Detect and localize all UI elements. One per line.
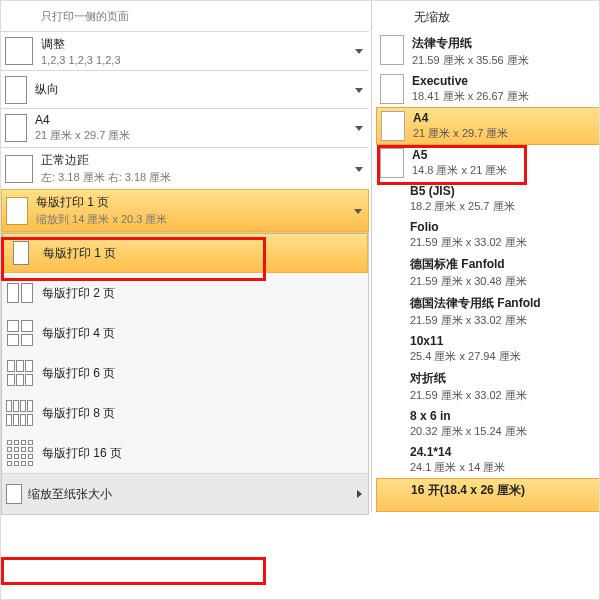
- paper-title: A5: [412, 148, 507, 162]
- paper-list: 法律专用纸21.59 厘米 x 35.56 厘米Executive18.41 厘…: [376, 32, 600, 512]
- print-side-sub: 只打印一侧的页面: [41, 9, 129, 24]
- page-icon: [380, 35, 404, 65]
- paper-option[interactable]: 24.1*1424.1 厘米 x 14 厘米: [376, 442, 600, 478]
- paper-title: A4: [35, 113, 130, 127]
- print-side-option[interactable]: 只打印一侧的页面: [1, 1, 369, 31]
- paper-option[interactable]: 对折纸21.59 厘米 x 33.02 厘米: [376, 367, 600, 406]
- menu-item-6pp[interactable]: 每版打印 6 页: [2, 353, 368, 393]
- chevron-down-icon: [355, 49, 363, 54]
- paper-sub: 24.1 厘米 x 14 厘米: [410, 460, 505, 475]
- grid-16-icon: [6, 439, 34, 467]
- paper-sub: 21 厘米 x 29.7 厘米: [413, 126, 508, 141]
- page-icon: [6, 197, 28, 225]
- paper-option[interactable]: 16 开(18.4 x 26 厘米): [376, 478, 600, 512]
- collate-sub: 1,2,3 1,2,3 1,2,3: [41, 54, 121, 66]
- paper-sub: 21.59 厘米 x 35.56 厘米: [412, 53, 529, 68]
- portrait-icon: [5, 76, 27, 104]
- page-icon: [380, 74, 404, 104]
- menu-item-4pp[interactable]: 每版打印 4 页: [2, 313, 368, 353]
- pps-title: 每版打印 1 页: [36, 194, 167, 211]
- orientation-title: 纵向: [35, 81, 59, 98]
- menu-item-label: 每版打印 1 页: [43, 245, 116, 262]
- paper-title: 德国标准 Fanfold: [410, 256, 527, 273]
- left-settings: 只打印一侧的页面 调整 1,2,3 1,2,3 1,2,3 纵向 A4 21 厘…: [1, 1, 369, 515]
- grid-4-icon: [6, 319, 34, 347]
- paper-title: 法律专用纸: [412, 35, 529, 52]
- paper-option[interactable]: 法律专用纸21.59 厘米 x 35.56 厘米: [376, 32, 600, 71]
- paper-size-submenu: 无缩放 法律专用纸21.59 厘米 x 35.56 厘米Executive18.…: [376, 1, 600, 512]
- chevron-down-icon: [355, 167, 363, 172]
- paper-option[interactable]: 德国法律专用纸 Fanfold21.59 厘米 x 33.02 厘米: [376, 292, 600, 331]
- chevron-right-icon: [357, 490, 362, 498]
- paper-sub: 21.59 厘米 x 33.02 厘米: [410, 235, 527, 250]
- margins-option[interactable]: 正常边距 左: 3.18 厘米 右: 3.18 厘米: [1, 147, 369, 189]
- paper-sub: 21.59 厘米 x 30.48 厘米: [410, 274, 527, 289]
- collate-title: 调整: [41, 36, 121, 53]
- paper-option[interactable]: 8 x 6 in20.32 厘米 x 15.24 厘米: [376, 406, 600, 442]
- scale-to-paper-item[interactable]: 缩放至纸张大小: [2, 474, 368, 514]
- paper-sub: 18.41 厘米 x 26.67 厘米: [412, 89, 529, 104]
- callout-box: [1, 557, 266, 585]
- paper-title: Executive: [412, 74, 529, 88]
- margins-sub: 左: 3.18 厘米 右: 3.18 厘米: [41, 170, 171, 185]
- pages-per-sheet-option[interactable]: 每版打印 1 页 缩放到 14 厘米 x 20.3 厘米: [1, 189, 369, 232]
- menu-item-label: 每版打印 2 页: [42, 285, 115, 302]
- menu-item-label: 每版打印 8 页: [42, 405, 115, 422]
- paper-sub: 21.59 厘米 x 33.02 厘米: [410, 388, 527, 403]
- paper-title: A4: [413, 111, 508, 125]
- menu-item-label: 每版打印 16 页: [42, 445, 122, 462]
- collate-icon: [5, 37, 33, 65]
- chevron-down-icon: [354, 209, 362, 214]
- menu-item-8pp[interactable]: 每版打印 8 页: [2, 393, 368, 433]
- paper-title: B5 (JIS): [410, 184, 515, 198]
- paper-sub: 20.32 厘米 x 15.24 厘米: [410, 424, 527, 439]
- page-icon: [380, 148, 404, 178]
- paper-sub: 14.8 厘米 x 21 厘米: [412, 163, 507, 178]
- print-settings-panel: 只打印一侧的页面 调整 1,2,3 1,2,3 1,2,3 纵向 A4 21 厘…: [0, 0, 600, 600]
- menu-item-2pp[interactable]: 每版打印 2 页: [2, 273, 368, 313]
- paper-title: 10x11: [410, 334, 521, 348]
- pps-sub: 缩放到 14 厘米 x 20.3 厘米: [36, 212, 167, 227]
- chevron-down-icon: [355, 126, 363, 131]
- no-scale-option[interactable]: 无缩放: [376, 1, 600, 32]
- orientation-option[interactable]: 纵向: [1, 70, 369, 108]
- paper-title: 24.1*14: [410, 445, 505, 459]
- menu-item-label: 每版打印 4 页: [42, 325, 115, 342]
- page-icon: [381, 111, 405, 141]
- collate-option[interactable]: 调整 1,2,3 1,2,3 1,2,3: [1, 31, 369, 70]
- grid-2-icon: [6, 279, 34, 307]
- paper-option[interactable]: A421 厘米 x 29.7 厘米: [376, 107, 600, 145]
- paper-option[interactable]: A514.8 厘米 x 21 厘米: [376, 145, 600, 181]
- grid-1-icon: [7, 239, 35, 267]
- grid-6-icon: [6, 359, 34, 387]
- paper-sub: 21 厘米 x 29.7 厘米: [35, 128, 130, 143]
- panel-divider: [371, 1, 372, 512]
- menu-item-16pp[interactable]: 每版打印 16 页: [2, 433, 368, 473]
- grid-8-icon: [6, 399, 34, 427]
- paper-option[interactable]: 10x1125.4 厘米 x 27.94 厘米: [376, 331, 600, 367]
- margins-title: 正常边距: [41, 152, 171, 169]
- paper-title: 8 x 6 in: [410, 409, 527, 423]
- paper-title: 对折纸: [410, 370, 527, 387]
- paper-title: Folio: [410, 220, 527, 234]
- menu-item-label: 每版打印 6 页: [42, 365, 115, 382]
- menu-item-1pp[interactable]: 每版打印 1 页: [2, 233, 368, 273]
- pages-per-sheet-menu: 每版打印 1 页 每版打印 2 页 每版打印 4 页 每版打印 6 页 每版打印…: [1, 232, 369, 515]
- paper-option[interactable]: Executive18.41 厘米 x 26.67 厘米: [376, 71, 600, 107]
- paper-option[interactable]: B5 (JIS)18.2 厘米 x 25.7 厘米: [376, 181, 600, 217]
- chevron-down-icon: [355, 88, 363, 93]
- paper-title: 德国法律专用纸 Fanfold: [410, 295, 541, 312]
- menu-footer-label: 缩放至纸张大小: [28, 486, 112, 503]
- page-icon: [6, 484, 22, 504]
- margins-icon: [5, 155, 33, 183]
- page-icon: [5, 114, 27, 142]
- paper-sub: 21.59 厘米 x 33.02 厘米: [410, 313, 541, 328]
- paper-option[interactable]: Folio21.59 厘米 x 33.02 厘米: [376, 217, 600, 253]
- paper-sub: 25.4 厘米 x 27.94 厘米: [410, 349, 521, 364]
- paper-sub: 18.2 厘米 x 25.7 厘米: [410, 199, 515, 214]
- paper-option[interactable]: 德国标准 Fanfold21.59 厘米 x 30.48 厘米: [376, 253, 600, 292]
- paper-title: 16 开(18.4 x 26 厘米): [411, 482, 525, 499]
- paper-size-option[interactable]: A4 21 厘米 x 29.7 厘米: [1, 108, 369, 147]
